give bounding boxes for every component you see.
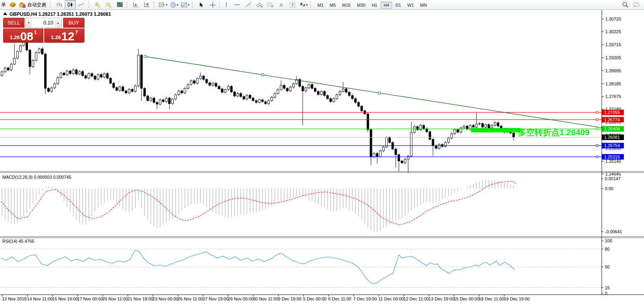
zoom-in-icon xyxy=(94,2,101,8)
crosshair-button[interactable] xyxy=(207,0,218,9)
crosshair-icon xyxy=(210,2,216,8)
sell-price-display[interactable]: 1.26 08 1 xyxy=(3,28,43,43)
svg-text:1.29715: 1.29715 xyxy=(605,42,621,47)
trend-line-object[interactable] xyxy=(144,55,602,128)
volume-input[interactable] xyxy=(32,18,55,27)
timeframe-h1[interactable]: H1 xyxy=(369,2,380,9)
fibonacci-button[interactable]: F xyxy=(265,0,276,9)
svg-text:5 Dec 00:00: 5 Dec 00:00 xyxy=(303,296,327,301)
gold-order-icon xyxy=(9,2,16,8)
volume-decrease-button[interactable]: ▼ xyxy=(26,18,32,27)
line-chart-button[interactable] xyxy=(76,0,87,9)
svg-text:0.00: 0.00 xyxy=(605,186,613,191)
fibonacci-icon: F xyxy=(267,2,274,8)
timeframe-w1[interactable]: W1 xyxy=(405,2,417,9)
svg-text:21 Nov 19:00: 21 Nov 19:00 xyxy=(128,296,153,301)
buy-price-big: 12 xyxy=(61,31,74,42)
cursor-button[interactable] xyxy=(196,0,207,9)
buy-button[interactable]: BUY xyxy=(63,18,84,28)
svg-text:13 Dec 19:00: 13 Dec 19:00 xyxy=(428,296,454,301)
vertical-line-button[interactable] xyxy=(221,0,232,9)
vertical-line-icon xyxy=(224,2,229,8)
price-badges: 1.270551.267741.264091.257541.253151.260… xyxy=(602,110,624,159)
svg-text:12 Dec 11:00: 12 Dec 11:00 xyxy=(404,296,429,301)
tile-windows-button[interactable] xyxy=(114,0,125,9)
highlight-rectangle[interactable] xyxy=(471,128,520,132)
price-axis: 1.307201.302251.297151.292051.286951.281… xyxy=(602,17,621,176)
autotrading-button[interactable]: 自动交易 xyxy=(18,0,49,9)
arrows-icon xyxy=(300,2,306,8)
candlestick-chart-button[interactable] xyxy=(65,0,76,9)
svg-text:1.27055: 1.27055 xyxy=(604,110,620,115)
chart-area[interactable]: 1.307201.302251.297151.292051.286951.281… xyxy=(0,10,644,304)
dropdown-caret-icon[interactable]: ▾ xyxy=(166,3,167,7)
zoom-in-button[interactable] xyxy=(92,0,103,9)
horizontal-line-button[interactable] xyxy=(232,0,243,9)
timeframe-m30[interactable]: M30 xyxy=(354,2,368,9)
toolbar-grip xyxy=(126,2,129,8)
sell-button[interactable]: SELL xyxy=(3,18,24,28)
chart-svg[interactable]: 1.307201.302251.297151.292051.286951.281… xyxy=(0,10,644,304)
svg-text:1.25140: 1.25140 xyxy=(605,159,621,164)
equidistant-channel-button[interactable]: E xyxy=(254,0,265,9)
bar-chart-icon xyxy=(56,2,62,8)
svg-text:1.29205: 1.29205 xyxy=(605,55,621,60)
svg-text:1.28695: 1.28695 xyxy=(605,68,621,73)
timeframe-list: M1M5M15M30H1H4D1W1MN xyxy=(314,1,430,8)
timeframe-m15[interactable]: M15 xyxy=(340,2,353,9)
new-order-button[interactable]: 单 xyxy=(0,2,7,8)
zoom-out-button[interactable] xyxy=(103,0,114,9)
rsi-panel: RSI(14) 45.47651008050150 xyxy=(0,238,612,296)
svg-text:0: 0 xyxy=(605,291,607,296)
arrows-button[interactable]: ▾ xyxy=(298,0,309,9)
svg-text:T: T xyxy=(291,2,294,7)
volume-increase-button[interactable]: ▲ xyxy=(55,18,61,27)
svg-text:80: 80 xyxy=(605,247,610,251)
svg-text:1.30720: 1.30720 xyxy=(605,17,621,21)
macd-panel: MACD(12,26,9) 0.000503 0.0007450.001470.… xyxy=(1,175,622,234)
indicators-button[interactable]: ▾ xyxy=(180,0,191,9)
new-order-icon-button[interactable] xyxy=(7,0,18,9)
svg-text:17 Nov 00:00: 17 Nov 00:00 xyxy=(77,296,103,301)
timeframe-mn[interactable]: MN xyxy=(417,2,430,9)
time-axis: 13 Nov 201814 Nov 11:0015 Nov 19:0017 No… xyxy=(2,295,529,301)
svg-text:7 Dec 19:00: 7 Dec 19:00 xyxy=(353,296,377,301)
svg-text:E: E xyxy=(261,5,263,8)
text-label-button[interactable]: T xyxy=(287,0,298,9)
search-button[interactable] xyxy=(620,0,631,9)
auto-scroll-button[interactable] xyxy=(130,0,141,9)
text-button[interactable]: A xyxy=(276,0,287,9)
level-lines[interactable] xyxy=(0,111,602,158)
annotation-text[interactable]: 多空转折点1.26409 xyxy=(518,128,590,137)
svg-text:RSI(14) 45.4765: RSI(14) 45.4765 xyxy=(2,239,34,244)
timeframe-m5[interactable]: M5 xyxy=(327,2,338,9)
tile-windows-icon xyxy=(117,2,123,8)
buy-price-display[interactable]: 1.26 12 7 xyxy=(44,28,84,43)
text-icon: A xyxy=(279,2,284,8)
chart-shift-button[interactable] xyxy=(141,0,152,9)
volume-stepper: ▼ ▲ xyxy=(25,18,62,28)
timeframe-m1[interactable]: M1 xyxy=(315,2,326,9)
svg-text:A: A xyxy=(280,2,283,8)
period-button[interactable]: ▾ xyxy=(169,0,180,9)
trend-line-icon xyxy=(245,2,252,8)
bar-chart-button[interactable] xyxy=(54,0,65,9)
chat-button[interactable] xyxy=(631,0,642,9)
dropdown-caret-icon[interactable]: ▾ xyxy=(177,3,178,7)
svg-text:15: 15 xyxy=(605,285,610,290)
dropdown-caret-icon[interactable]: ▾ xyxy=(188,3,190,7)
autotrading-label: 自动交易 xyxy=(26,2,47,8)
sell-price-prefix: 1.26 xyxy=(10,34,20,40)
dropdown-caret-icon[interactable]: ▾ xyxy=(306,3,308,7)
svg-text:1.26409: 1.26409 xyxy=(604,127,620,131)
trend-line-button[interactable] xyxy=(243,0,254,9)
svg-text:20 Nov 11:00: 20 Nov 11:00 xyxy=(102,296,128,301)
indicators-icon xyxy=(181,2,188,8)
timeframe-d1[interactable]: D1 xyxy=(393,2,404,9)
main-toolbar: 单 自动交易 xyxy=(0,0,644,10)
chat-icon xyxy=(633,2,640,8)
new-chart-button[interactable]: ▾ xyxy=(158,0,169,9)
svg-text:30 Nov 11:00: 30 Nov 11:00 xyxy=(253,296,279,301)
svg-text:1.27675: 1.27675 xyxy=(605,94,621,99)
timeframe-h4[interactable]: H4 xyxy=(381,2,392,9)
